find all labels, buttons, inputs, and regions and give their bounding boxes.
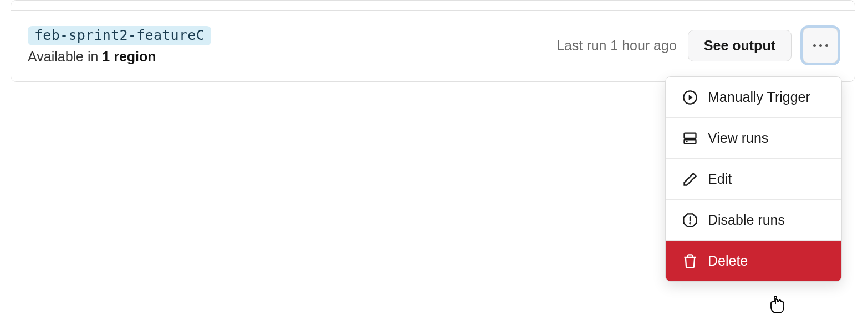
availability-count: 1 region bbox=[102, 49, 156, 64]
cursor-icon bbox=[769, 296, 785, 314]
card-right-controls: Last run 1 hour ago See output bbox=[556, 28, 838, 63]
job-card: feb-sprint2-featureC Available in 1 regi… bbox=[11, 0, 855, 82]
last-run-text: Last run 1 hour ago bbox=[556, 38, 677, 54]
menu-item-label: View runs bbox=[708, 130, 768, 146]
card-left-content: feb-sprint2-featureC Available in 1 regi… bbox=[28, 26, 211, 65]
svg-rect-3 bbox=[685, 139, 696, 143]
menu-item-delete[interactable]: Delete bbox=[666, 241, 841, 281]
ellipsis-icon bbox=[813, 44, 828, 47]
svg-rect-2 bbox=[685, 133, 696, 138]
svg-point-7 bbox=[690, 223, 690, 224]
menu-item-disable-runs[interactable]: Disable runs bbox=[666, 200, 841, 241]
play-circle-icon bbox=[682, 90, 698, 105]
server-icon bbox=[682, 131, 698, 146]
job-tag: feb-sprint2-featureC bbox=[28, 26, 211, 45]
menu-item-edit[interactable]: Edit bbox=[666, 159, 841, 200]
card-top-divider bbox=[11, 1, 855, 11]
menu-item-label: Delete bbox=[708, 253, 748, 269]
see-output-button[interactable]: See output bbox=[688, 30, 792, 61]
pencil-icon bbox=[682, 172, 698, 187]
alert-octagon-icon bbox=[682, 213, 698, 228]
menu-item-manually-trigger[interactable]: Manually Trigger bbox=[666, 77, 841, 118]
menu-item-view-runs[interactable]: View runs bbox=[666, 118, 841, 159]
trash-icon bbox=[682, 253, 698, 269]
more-actions-button[interactable] bbox=[803, 28, 838, 63]
availability-prefix: Available in bbox=[28, 49, 102, 64]
menu-item-label: Edit bbox=[708, 171, 732, 187]
svg-marker-1 bbox=[689, 95, 693, 100]
availability-text: Available in 1 region bbox=[28, 49, 211, 65]
card-row: feb-sprint2-featureC Available in 1 regi… bbox=[11, 11, 855, 81]
menu-item-label: Manually Trigger bbox=[708, 89, 810, 105]
actions-dropdown: Manually Trigger View runs Edit Disable … bbox=[665, 76, 842, 282]
menu-item-label: Disable runs bbox=[708, 212, 785, 228]
